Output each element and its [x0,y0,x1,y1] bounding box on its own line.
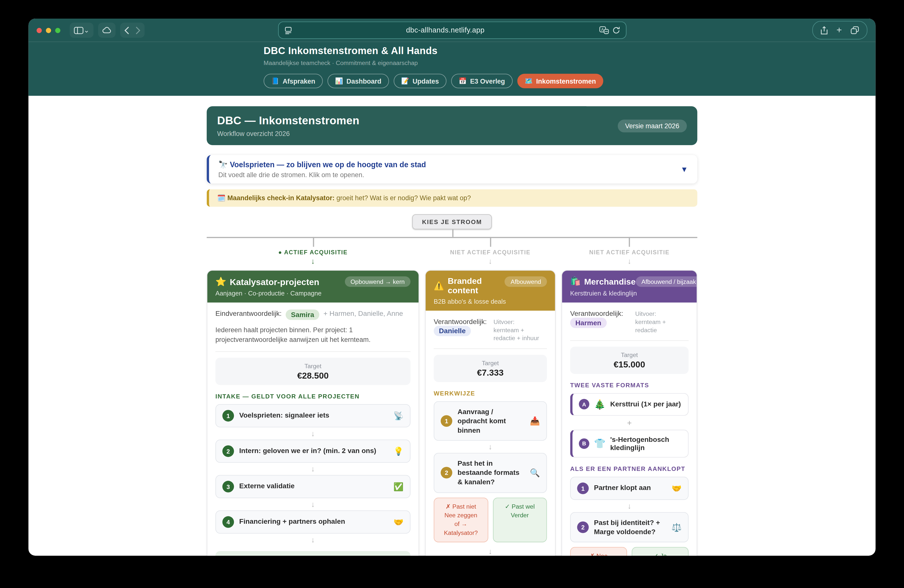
reader-icon[interactable] [284,26,292,34]
step-card: 1 Voelsprieten: signaleer iets 📡 [215,404,410,427]
section-label: ALS ER EEN PARTNER AANKLOPT [570,465,688,472]
flow-connector [207,229,697,247]
checkin-label: Maandelijks check-in Katalysator: [227,194,334,201]
down-arrow-icon: ↓ [215,464,410,473]
stream-label-niet-actief-2: NIET ACTIEF ACQUISITIE [561,249,697,256]
column-description: Iedereen haalt projecten binnen. Per pro… [215,325,410,345]
back-icon[interactable] [124,26,129,34]
new-tab-icon[interactable]: + [836,25,842,35]
warning-icon: ⚠️ [434,281,444,291]
svg-text:A: A [601,27,604,32]
target-box: Target €28.500 [215,357,410,385]
kies-je-stroom-node[interactable]: KIES JE STROOM [412,214,492,229]
down-arrow-icon: ↓ [207,256,419,265]
sidebar-icon [74,26,84,34]
format-row-a: A 🎄 Kersttrui (1× per jaar) [570,393,688,415]
lightbulb-icon: 💡 [394,446,404,455]
site-header: DBC Inkomstenstromen & All Hands Maandel… [28,42,876,96]
calendar-icon: 🗓️ [217,194,226,201]
browser-window: ⌄ dbc-allha [28,19,876,556]
plus-separator: + [570,418,688,427]
shopping-bags-icon: 🛍️ [570,277,580,286]
site-subtitle: Maandelijkse teamcheck · Commitment & ei… [264,59,876,66]
column-title: Branded content [448,277,505,295]
responsible-label: Eindverantwoordelijk: [215,309,281,318]
reload-icon[interactable] [612,26,620,34]
cloud-icon [102,27,111,34]
section-label: TWEE VASTE FORMATS [570,381,688,388]
voelsprieten-subtitle: Dit voedt alle drie de stromen. Klik om … [218,171,426,178]
scales-icon: ⚖️ [672,523,682,532]
expand-triangle-icon[interactable]: ▼ [681,165,688,174]
nav-tab-inkomstenstromen[interactable]: 🗺️ Inkomstenstromen [517,74,604,89]
step-card: 3 Externe validatie ✅ [215,475,410,498]
minimize-window-button[interactable] [46,28,51,33]
close-window-button[interactable] [36,28,42,33]
share-icon[interactable] [820,26,828,35]
down-arrow-icon: ↓ [215,429,410,438]
column-subtitle: Kersttruien & kledinglijn [570,290,688,297]
translate-icon[interactable]: A [599,26,609,34]
nav-tab-afspraken[interactable]: 📘 Afspraken [264,74,323,89]
status-badge: Opbouwend → kern [345,277,410,287]
decision-no-box: ✗ Nee Afwijzen [570,547,627,555]
decision-no-box: ✗ Past niet Nee zeggen of → Katalysator? [434,498,488,542]
step-card: 2 Intern: geloven we er in? (min. 2 van … [215,439,410,463]
down-arrow-icon: ↓ [215,535,410,544]
responsible-pill: Harmen [570,318,607,328]
down-arrow-icon: ↓ [425,256,556,265]
nav-tab-e3-overleg[interactable]: 📅 E3 Overleg [451,74,512,89]
check-icon: ✅ [394,482,404,491]
christmas-tree-icon: 🎄 [594,399,605,409]
inbox-icon: 📥 [530,416,540,425]
responsible-pill: Samira [286,309,319,320]
nav-tab-updates[interactable]: 📝 Updates [394,74,446,89]
version-badge: Versie maart 2026 [618,119,687,132]
stream-label-actief: ● ACTIEF ACQUISITIE [207,249,419,256]
voelsprieten-title: Voelsprieten — zo blijven we op de hoogt… [230,160,426,169]
sidebar-toggle-button[interactable]: ⌄ [70,22,93,38]
target-value: €7.333 [437,367,543,377]
forward-icon[interactable] [136,26,141,34]
voelsprieten-accordion[interactable]: 🔭 Voelsprieten — zo blijven we op de hoo… [207,155,697,183]
tshirt-icon: 👕 [594,438,605,449]
uitvoer-note: Uitvoer: kernteam + redactie [635,309,688,334]
tab-overview-icon[interactable] [851,26,859,34]
status-badge: Afbouwend [505,277,547,287]
hero-banner: DBC — Inkomstenstromen Workflow overzich… [207,106,697,145]
zoom-window-button[interactable] [55,28,60,33]
responsible-pill: Danielle [434,326,471,336]
handshake-icon: 🤝 [672,483,682,493]
target-value: €28.500 [219,370,407,380]
address-bar[interactable]: dbc-allhands.netlify.app A [278,22,626,39]
step-card: 2 Past bij identiteit? + Marge voldoende… [570,512,688,542]
checkin-text: groeit het? Wat is er nodig? Wie pakt wa… [335,194,471,201]
status-badge: Afbouwend / bijzaak [635,277,697,287]
page-content: DBC — Inkomstenstromen Workflow overzich… [28,96,876,556]
page-subtitle: Workflow overzicht 2026 [217,130,687,137]
telescope-icon: 🔭 [218,160,228,169]
step-card: 1 Partner klopt aan 🤝 [570,476,688,499]
stream-label-niet-actief-1: NIET ACTIEF ACQUISITIE [425,249,556,256]
memo-icon: 📝 [401,77,409,85]
responsible-label: Verantwoordelijk: [570,309,623,318]
section-label: WERKWIJZE [434,389,547,396]
history-nav-group [120,22,145,38]
section-label: INTAKE — GELDT VOOR ALLE PROJECTEN [215,392,410,399]
subtype-panel: WELKE ROL SPEELT DBC? → KIES SUB-TYPE 🚀 … [215,551,410,556]
katalysator-card: ⭐Katalysator-projecten Opbouwend → kern … [207,270,419,555]
magnifier-icon: 🔍 [530,468,540,477]
handshake-icon: 🤝 [394,517,404,526]
icloud-tabs-button[interactable] [98,22,115,38]
nav-tab-dashboard[interactable]: 📊 Dashboard [327,74,389,89]
down-arrow-icon: ↓ [434,443,547,451]
down-arrow-icon: ↓ [561,256,697,265]
merchandise-card: 🛍️Merchandise Afbouwend / bijzaak Kerstt… [561,270,697,555]
step-card: 2 Past het in bestaande formats & kanale… [434,453,547,493]
column-subtitle: Aanjagen · Co-productie · Campagne [215,290,410,297]
down-arrow-icon: ↓ [570,501,688,510]
target-box: Target €7.333 [434,354,547,382]
down-arrow-icon: ↓ [434,547,547,555]
responsible-extra: + Harmen, Danielle, Anne [324,309,403,318]
browser-toolbar: ⌄ dbc-allha [28,19,876,42]
